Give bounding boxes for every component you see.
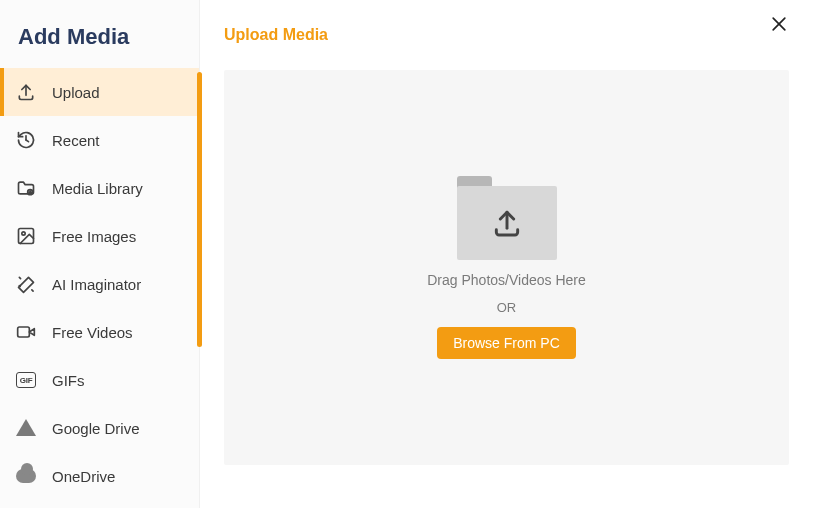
gdrive-icon: [16, 418, 36, 438]
svg-point-7: [22, 232, 25, 235]
sidebar-item-onedrive[interactable]: OneDrive: [0, 452, 199, 500]
main-header: Upload Media: [224, 20, 789, 50]
sidebar-item-recent[interactable]: Recent: [0, 116, 199, 164]
sidebar-item-label: OneDrive: [52, 468, 115, 485]
sidebar-title: Add Media: [0, 0, 199, 68]
sidebar-item-label: Recent: [52, 132, 100, 149]
sidebar-item-google-drive[interactable]: Google Drive: [0, 404, 199, 452]
folder-icon: [16, 178, 36, 198]
add-media-dialog: Add Media Upload Recent Media Library: [0, 0, 813, 508]
sidebar-item-free-images[interactable]: Free Images: [0, 212, 199, 260]
upload-icon: [16, 82, 36, 102]
sidebar-list: Upload Recent Media Library Free Images: [0, 68, 199, 500]
sidebar-item-upload[interactable]: Upload: [0, 68, 199, 116]
upload-dropzone[interactable]: Drag Photos/Videos Here OR Browse From P…: [224, 70, 789, 465]
drop-text: Drag Photos/Videos Here: [427, 272, 586, 288]
sidebar-item-label: Upload: [52, 84, 100, 101]
onedrive-icon: [16, 466, 36, 486]
svg-rect-8: [18, 327, 30, 337]
image-icon: [16, 226, 36, 246]
sidebar-item-label: GIFs: [52, 372, 85, 389]
sidebar: Add Media Upload Recent Media Library: [0, 0, 200, 508]
magic-icon: [16, 274, 36, 294]
main-title: Upload Media: [224, 26, 328, 44]
history-icon: [16, 130, 36, 150]
folder-upload-icon: [457, 176, 557, 260]
sidebar-item-label: Free Images: [52, 228, 136, 245]
sidebar-item-media-library[interactable]: Media Library: [0, 164, 199, 212]
close-icon: [769, 20, 789, 37]
sidebar-item-label: AI Imaginator: [52, 276, 141, 293]
sidebar-item-free-videos[interactable]: Free Videos: [0, 308, 199, 356]
browse-button[interactable]: Browse From PC: [437, 327, 576, 359]
sidebar-item-label: Google Drive: [52, 420, 140, 437]
sidebar-item-label: Media Library: [52, 180, 143, 197]
gif-icon: GIF: [16, 370, 36, 390]
sidebar-item-label: Free Videos: [52, 324, 133, 341]
close-button[interactable]: [769, 14, 793, 38]
svg-line-2: [26, 140, 29, 142]
video-icon: [16, 322, 36, 342]
sidebar-item-ai-imaginator[interactable]: AI Imaginator: [0, 260, 199, 308]
sidebar-item-gifs[interactable]: GIF GIFs: [0, 356, 199, 404]
main-panel: Upload Media Drag Photos/Videos Here OR …: [200, 0, 813, 508]
or-text: OR: [497, 300, 517, 315]
